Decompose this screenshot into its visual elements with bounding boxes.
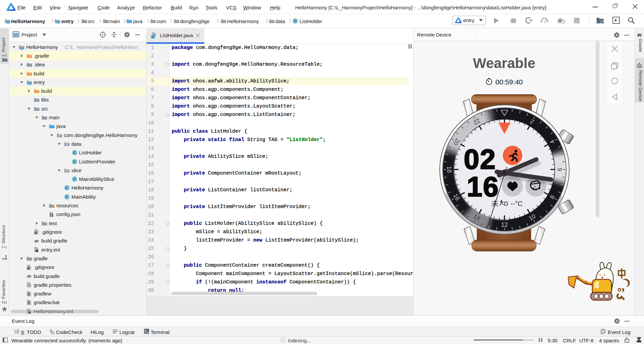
svg-text:12: 12	[501, 221, 508, 228]
svg-text:{}: {}	[50, 213, 53, 217]
svg-text:C: C	[73, 177, 76, 181]
svg-text:6: 6	[556, 168, 563, 171]
svg-text:C: C	[73, 159, 76, 163]
svg-text:02: 02	[464, 144, 496, 175]
svg-text:16: 16	[467, 171, 499, 202]
svg-text:C: C	[294, 19, 297, 23]
svg-text:18: 18	[446, 166, 452, 173]
svg-text:--°C: --°C	[511, 200, 523, 207]
svg-text:C: C	[73, 151, 76, 155]
svg-text:J: J	[152, 36, 154, 39]
svg-text:C: C	[65, 195, 68, 199]
svg-text:C: C	[65, 186, 68, 190]
